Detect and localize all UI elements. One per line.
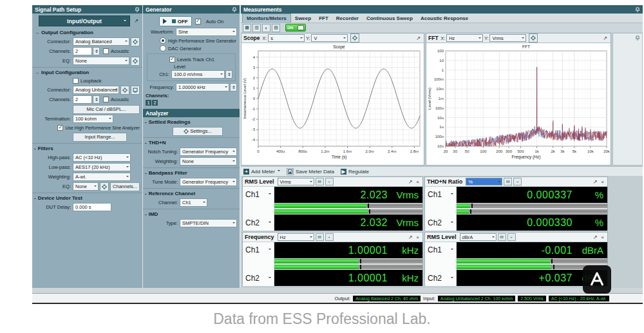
meter-unit-select[interactable]: %: [466, 178, 502, 186]
regulate-button[interactable]: ▶ Regulate: [341, 169, 369, 175]
waveform-select[interactable]: Sine: [176, 28, 237, 36]
popout-icon[interactable]: ↗: [592, 179, 599, 185]
pin-icon[interactable]: [232, 7, 237, 12]
input-status-chip[interactable]: Analog Unbalanced 2 Ch, 100 kohm: [438, 296, 515, 301]
filter-status-chip[interactable]: AC (<10 Hz) - 20 kHz, A-wt.: [549, 296, 609, 301]
low-pass-select[interactable]: AES17 (20 kHz): [73, 163, 131, 171]
spinner-icon[interactable]: [230, 83, 237, 91]
input-config-section[interactable]: → Input Configuration: [32, 67, 142, 77]
channel-label-ch1[interactable]: Ch1: [245, 190, 271, 199]
fft-x-unit-select[interactable]: Hz: [446, 34, 483, 42]
popout-icon[interactable]: ↗: [601, 35, 609, 41]
settings-button[interactable]: Settings...: [173, 127, 223, 136]
dut-delay-input[interactable]: 0.000 s: [73, 203, 111, 211]
popout-icon[interactable]: ↗: [407, 179, 414, 185]
filters-eq-settings-icon[interactable]: [100, 182, 109, 191]
channel-label-ch2[interactable]: Ch2: [245, 218, 271, 227]
pin-icon[interactable]: [635, 35, 640, 41]
digits-display-icon[interactable]: 88: [316, 233, 324, 241]
popout-icon[interactable]: ↗: [415, 35, 422, 41]
high-pass-select[interactable]: AC (<10 Hz): [73, 153, 131, 162]
close-icon[interactable]: ×: [600, 234, 605, 240]
collapsed-side-panel[interactable]: [612, 33, 643, 166]
scope-settings-icon[interactable]: [350, 33, 359, 43]
meter-unit-select[interactable]: dBrA: [460, 233, 497, 241]
output-connector-select[interactable]: Analog Balanced: [73, 37, 129, 46]
anl-weighting-select[interactable]: None: [180, 157, 237, 166]
meter-layout-icon[interactable]: ▦: [243, 24, 251, 32]
filters-section[interactable]: - Filters: [32, 143, 142, 153]
notch-select[interactable]: Generator Frequency: [180, 147, 237, 156]
meter-unit-select[interactable]: Hz: [278, 233, 314, 241]
tab-fft[interactable]: FFT: [315, 14, 332, 23]
add-meter-button[interactable]: + Add Meter: [243, 169, 280, 175]
close-icon[interactable]: ×: [415, 179, 421, 185]
channel-label-ch1[interactable]: Ch1: [428, 190, 453, 199]
termination-select[interactable]: 100 kohm: [73, 115, 113, 123]
filters-eq-select[interactable]: None: [73, 182, 99, 191]
output-eq-select[interactable]: None: [73, 57, 129, 65]
digits-display-icon[interactable]: 88: [504, 178, 512, 186]
range-status-chip[interactable]: 2.500 Vrms: [518, 296, 546, 301]
auto-on-checkbox[interactable]: [195, 19, 201, 24]
tab-continuous-sweep[interactable]: Continuous Sweep: [363, 14, 417, 23]
dut-section[interactable]: - Device Under Test: [32, 193, 142, 202]
settings-grid-icon[interactable]: ▧: [272, 24, 280, 32]
output-acoustic-checkbox[interactable]: [103, 48, 109, 54]
pin-icon[interactable]: [635, 7, 640, 12]
popout-icon[interactable]: ↗: [592, 234, 599, 240]
meter-settings-icon[interactable]: +: [513, 178, 522, 186]
close-icon[interactable]: ×: [600, 179, 605, 185]
tab-recorder[interactable]: Recorder: [332, 14, 363, 23]
popout-icon[interactable]: ↗: [133, 17, 140, 24]
bargraph-icon[interactable]: ▥: [252, 24, 261, 32]
digits-display-icon[interactable]: 88: [498, 233, 506, 241]
meter-unit-select[interactable]: Vrms: [278, 178, 314, 186]
input-connector-monitor-icon[interactable]: [131, 86, 140, 95]
hpsa-checkbox[interactable]: [57, 125, 63, 131]
channel-label-ch2[interactable]: Ch2: [428, 274, 453, 283]
input-connector-settings-icon[interactable]: [120, 86, 129, 95]
ch1-level-select[interactable]: 100.0 mVrms: [171, 70, 225, 79]
output-eq-settings-icon[interactable]: [131, 57, 140, 66]
frequency-select[interactable]: 1.00000 kHz: [176, 83, 229, 91]
channel-label-ch2[interactable]: Ch2: [245, 274, 271, 283]
scope-y-unit-select[interactable]: V: [311, 34, 348, 42]
imd-type-select[interactable]: SMPTE/DIN: [180, 219, 237, 227]
fft-settings-icon[interactable]: [529, 33, 538, 43]
spinner-icon[interactable]: [93, 47, 100, 55]
digits-display-icon[interactable]: 88: [316, 178, 324, 186]
scope-x-unit-select[interactable]: s: [268, 34, 305, 42]
output-channels-input[interactable]: 2: [73, 47, 92, 55]
channel-label-ch1[interactable]: Ch1: [428, 245, 453, 254]
meter-settings-icon[interactable]: +: [507, 233, 516, 241]
close-icon[interactable]: ×: [415, 234, 421, 240]
spinner-icon[interactable]: [225, 70, 232, 79]
weighting-select[interactable]: A-wt.: [73, 173, 131, 181]
clock-icon[interactable]: ◐: [262, 24, 270, 32]
output-config-section[interactable]: → Output Configuration: [32, 28, 142, 37]
meter-settings-icon[interactable]: +: [325, 178, 334, 186]
reference-channel-section[interactable]: - Reference Channel: [143, 188, 240, 198]
loopback-checkbox[interactable]: [73, 78, 79, 84]
dac-generator-radio[interactable]: [160, 45, 166, 52]
monitor-on-toggle[interactable]: ON: [285, 24, 306, 32]
save-meter-data-button[interactable]: Save Meter Data: [287, 168, 334, 175]
tab-monitors-meters[interactable]: Monitors/Meters: [242, 14, 291, 23]
output-status-chip[interactable]: Analog Balanced 2 Ch, 40 ohm: [353, 296, 421, 301]
channel-label-ch1[interactable]: Ch1: [245, 245, 271, 254]
settled-readings-section[interactable]: - Settled Readings: [143, 117, 240, 126]
tab-acoustic-response[interactable]: Acoustic Response: [417, 14, 472, 23]
spinner-icon[interactable]: [93, 95, 100, 104]
generator-off-button[interactable]: OFF: [159, 16, 192, 26]
levels-track-checkbox[interactable]: [169, 57, 175, 62]
input-acoustic-checkbox[interactable]: [103, 97, 109, 102]
channel-label-ch2[interactable]: Ch2: [428, 218, 453, 227]
input-connector-select[interactable]: Analog Unbalanced: [73, 86, 119, 94]
channel-2-button[interactable]: 2: [152, 100, 158, 106]
output-connector-settings-icon[interactable]: [131, 37, 140, 46]
channel-1-button[interactable]: 1: [146, 100, 151, 106]
fft-y-unit-select[interactable]: Vrms: [489, 34, 526, 42]
mic-cal-button[interactable]: Mic Cal / dBSPL...: [73, 105, 140, 114]
pin-icon[interactable]: [135, 7, 140, 12]
